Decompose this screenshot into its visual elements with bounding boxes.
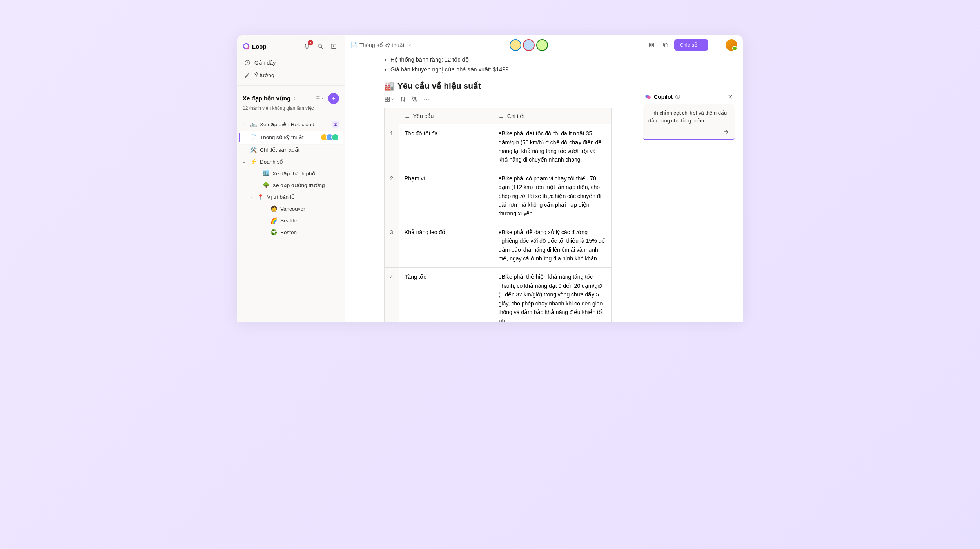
table-row[interactable]: 2Phạm vieBike phải có phạm vi chạy tối t…: [385, 169, 612, 223]
chevron-down-icon: [407, 43, 412, 47]
chevron-icon[interactable]: ⌄: [248, 195, 254, 199]
copilot-title: Copilot: [654, 94, 673, 100]
add-panel-button[interactable]: [328, 41, 339, 52]
svg-point-11: [717, 45, 717, 45]
notifications-button[interactable]: 8: [301, 41, 312, 52]
sidebar-top: Loop 8: [237, 35, 345, 56]
list-view-button[interactable]: [314, 93, 325, 104]
search-button[interactable]: [315, 41, 326, 52]
tree-item[interactable]: ›🚲Xe đạp điện Relecloud2: [239, 118, 343, 131]
clock-icon: [244, 60, 250, 66]
me-avatar[interactable]: [726, 39, 737, 51]
tree-item[interactable]: 🌈Seattle: [239, 215, 343, 226]
cell-requirement[interactable]: Khả năng leo đồi: [399, 223, 493, 268]
presence-avatar[interactable]: [510, 39, 521, 51]
tree-item[interactable]: 🏙️Xe đạp thành phố: [239, 167, 343, 179]
page-title: Thông số kỹ thuật: [359, 42, 405, 48]
tree-item[interactable]: 📄Thông số kỹ thuật: [239, 131, 343, 144]
app-logo[interactable]: Loop: [243, 43, 301, 50]
table-row[interactable]: 1Tốc độ tối đaeBike phải đạt tốc độ tối …: [385, 124, 612, 169]
table-row[interactable]: 4Tăng tốceBike phải thể hiện khả năng tă…: [385, 268, 612, 322]
text-column-icon: [499, 113, 504, 119]
search-icon: [317, 43, 323, 49]
workspace-header: Xe đạp bền vững 12 thành viên không gian…: [237, 85, 345, 113]
tree-item[interactable]: ♻️Boston: [239, 226, 343, 238]
svg-point-10: [715, 45, 715, 45]
cell-requirement[interactable]: Tốc độ tối đa: [399, 124, 493, 169]
cell-detail[interactable]: eBike phải có phạm vi chạy tối thiểu 70 …: [493, 169, 611, 223]
breadcrumb[interactable]: 📄 Thông số kỹ thuật: [350, 42, 412, 48]
heading-emoji: 🏭: [384, 81, 394, 91]
tree-item-label: Boston: [280, 229, 339, 235]
workspace-switcher[interactable]: Xe đạp bền vững: [243, 95, 311, 102]
more-button[interactable]: [711, 40, 722, 51]
tree-item-icon: 🏙️: [262, 170, 269, 176]
presence-avatars[interactable]: [510, 39, 548, 51]
svg-rect-5: [650, 43, 651, 44]
topbar: 📄 Thông số kỹ thuật Chia sẻ: [345, 35, 743, 55]
cell-detail[interactable]: eBike phải dễ dàng xử lý các đường nghiê…: [493, 223, 611, 268]
share-button[interactable]: Chia sẻ: [674, 39, 708, 51]
table-layout-button[interactable]: [384, 96, 394, 102]
list-icon: [314, 95, 321, 102]
layout-icon: [384, 96, 390, 102]
tree-item-label: Chi tiết sản xuất: [260, 147, 339, 153]
copilot-panel: Copilot Tinh chỉnh cột chi tiết và thêm …: [643, 91, 735, 140]
text-column-icon: [405, 113, 410, 119]
tree-item[interactable]: ⌄📍Vị trí bán lẻ: [239, 191, 343, 203]
sort-icon: [400, 96, 406, 102]
cell-requirement[interactable]: Tăng tốc: [399, 268, 493, 322]
chevron-updown-icon: [292, 96, 297, 101]
nav-recent-label: Gần đây: [254, 60, 276, 66]
presence-avatar[interactable]: [523, 39, 535, 51]
presence-avatar[interactable]: [536, 39, 548, 51]
main-area: 📄 Thông số kỹ thuật Chia sẻ: [345, 35, 743, 322]
svg-point-2: [318, 44, 322, 48]
content-scroll[interactable]: Hệ thống bánh răng: 12 tốc độGiá bán khu…: [345, 55, 743, 322]
collaborator-avatars: [320, 133, 339, 141]
cell-detail[interactable]: eBike phải đạt tốc độ tối đa ít nhất 35 …: [493, 124, 611, 169]
tree-item-label: Thông số kỹ thuật: [260, 134, 317, 140]
tree-item-label: Seattle: [280, 218, 339, 224]
workspace-name-label: Xe đạp bền vững: [243, 95, 290, 102]
row-number: 1: [385, 124, 399, 169]
requirements-table: Yêu cầu Chi tiết 1Tốc độ tối đaeB: [384, 108, 612, 322]
tree-item-label: Xe đạp đường trường: [272, 182, 339, 188]
table-row[interactable]: 3Khả năng leo đồieBike phải dễ dàng xử l…: [385, 223, 612, 268]
nav-ideas[interactable]: Ý tưởng: [240, 69, 341, 82]
chevron-icon[interactable]: ›: [241, 122, 247, 127]
column-header[interactable]: Chi tiết: [493, 108, 611, 124]
eye-off-icon: [412, 96, 418, 102]
tree-item[interactable]: 🛠️Chi tiết sản xuất: [239, 144, 343, 156]
close-icon[interactable]: [727, 94, 733, 100]
loop-logo-icon: [243, 43, 250, 50]
tree-item-icon: 🛠️: [250, 147, 257, 153]
copilot-prompt-box[interactable]: Tinh chỉnh cột chi tiết và thêm dấu đầu …: [643, 104, 735, 140]
column-header[interactable]: Yêu cầu: [399, 108, 493, 124]
tree-item-label: Xe đạp thành phố: [272, 170, 339, 176]
svg-rect-8: [652, 45, 653, 47]
table-hide-button[interactable]: [412, 96, 418, 102]
panel-plus-icon: [330, 43, 337, 49]
tree-item[interactable]: 🌳Xe đạp đường trường: [239, 179, 343, 191]
page-tree: ›🚲Xe đạp điện Relecloud2📄Thông số kỹ thu…: [237, 113, 345, 238]
spec-bullets: Hệ thống bánh răng: 12 tốc độGiá bán khu…: [384, 55, 612, 74]
nav-recent[interactable]: Gần đây: [240, 56, 341, 69]
add-button[interactable]: [328, 93, 339, 104]
apps-button[interactable]: [646, 40, 657, 51]
copy-component-button[interactable]: [660, 40, 671, 51]
table-more-button[interactable]: [423, 96, 430, 102]
tree-item-icon: 🌳: [262, 182, 269, 188]
heading-text: Yêu cầu về hiệu suất: [397, 81, 481, 91]
cell-detail[interactable]: eBike phải thể hiện khả năng tăng tốc nh…: [493, 268, 611, 322]
tree-item[interactable]: 🧑Vancouver: [239, 203, 343, 215]
notification-badge: 8: [308, 40, 313, 45]
info-icon[interactable]: [675, 94, 681, 100]
row-number: 4: [385, 268, 399, 322]
chevron-icon[interactable]: ⌄: [241, 160, 247, 164]
cell-requirement[interactable]: Phạm vi: [399, 169, 493, 223]
tree-item[interactable]: ⌄⚡Doanh số: [239, 156, 343, 167]
copilot-prompt-text: Tinh chỉnh cột chi tiết và thêm dấu đầu …: [648, 109, 730, 124]
table-sort-button[interactable]: [400, 96, 406, 102]
send-arrow-icon[interactable]: [722, 128, 730, 135]
